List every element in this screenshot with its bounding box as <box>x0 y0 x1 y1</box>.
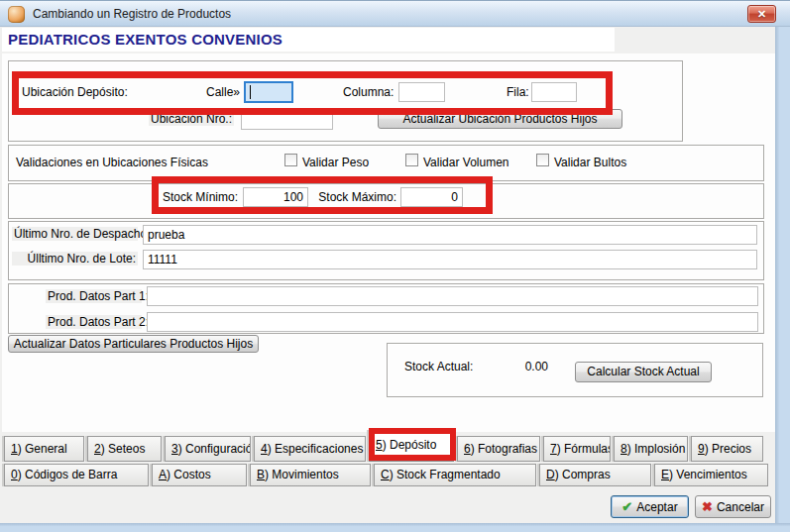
group-ubicacion <box>8 60 683 142</box>
tab-especificaciones[interactable]: 4) Especificaciones <box>254 436 366 462</box>
tab-label: ) Configuración <box>178 442 251 456</box>
tab-precios[interactable]: 9) Precios <box>691 436 763 462</box>
tab-label: ) Precios <box>705 442 751 456</box>
tab-label: ) Fórmulas <box>557 442 611 456</box>
dialog-window: Cambiando un Registro de Productos ✕ PED… <box>0 0 790 532</box>
tab-movimientos[interactable]: B) Movimientos <box>250 464 371 486</box>
tab-accel: 5 <box>376 438 383 452</box>
aceptar-button[interactable]: ✔Aceptar <box>611 495 689 518</box>
calcular-stock-button[interactable]: Calcular Stock Actual <box>575 362 712 382</box>
tab-accel: B <box>257 468 265 481</box>
stock-minimo-input[interactable] <box>243 187 308 207</box>
tab-general[interactable]: 1) General <box>4 436 84 462</box>
validar-bultos-label: Validar Bultos <box>554 156 626 169</box>
tab-label: ) Códigos de Barra <box>18 468 118 481</box>
tab-codigos-de-barra[interactable]: 0) Códigos de Barra <box>4 464 149 486</box>
ubicacion-nro-input[interactable] <box>241 110 333 130</box>
tab-formulas[interactable]: 7) Fórmulas <box>543 436 611 462</box>
titlebar: Cambiando un Registro de Productos ✕ <box>0 0 790 27</box>
close-icon: ✕ <box>757 8 766 20</box>
tab-compras[interactable]: D) Compras <box>539 464 651 486</box>
validar-bultos-checkbox[interactable] <box>536 154 549 166</box>
aceptar-label: Aceptar <box>636 500 677 514</box>
window-border-right <box>775 27 790 532</box>
heading-strip: PEDIATRICOS EXENTOS CONVENIOS <box>2 28 615 52</box>
stock-maximo-input[interactable] <box>400 187 463 207</box>
validar-peso-checkbox[interactable] <box>284 154 297 166</box>
tab-accel: E <box>661 468 669 481</box>
stock-minimo-label: Stock Mínimo: <box>159 190 238 204</box>
lote-label: Úlltimo Nro. de Lote: <box>12 252 138 266</box>
fila-input[interactable] <box>531 82 577 102</box>
tab-label: ) General <box>18 442 67 456</box>
tab-configuracion[interactable]: 3) Configuración <box>165 436 251 462</box>
tab-fotografias[interactable]: 6) Fotografias <box>457 436 540 462</box>
tab-label: ) Seteos <box>101 442 146 456</box>
tab-implosion[interactable]: 8) Implosión <box>614 436 688 462</box>
tab-stock-fragmentado[interactable]: C) Stock Fragmentado <box>374 464 536 486</box>
app-icon <box>8 6 25 23</box>
tab-accel: 2 <box>94 442 101 456</box>
prod-datos-part1-input[interactable] <box>147 286 758 306</box>
tab-label: ) Implosión <box>627 442 686 456</box>
despacho-input[interactable] <box>143 225 757 245</box>
actualizar-datos-button[interactable]: Actualizar Datos Particulares Productos … <box>8 335 259 353</box>
tab-accel: 3 <box>171 442 178 456</box>
tab-accel: 4 <box>261 442 268 456</box>
cross-icon: ✖ <box>702 499 713 514</box>
tab-label: ) Movimientos <box>265 468 339 481</box>
page-title: PEDIATRICOS EXENTOS CONVENIOS <box>8 31 282 48</box>
prod-datos-part1-label: Prod. Datos Part 1: <box>46 289 142 303</box>
validar-volumen-checkbox[interactable] <box>405 154 418 166</box>
tab-deposito[interactable]: 5) Depósito <box>369 430 454 462</box>
tab-label: ) Depósito <box>383 438 437 452</box>
lote-input[interactable] <box>143 250 757 269</box>
check-icon: ✔ <box>621 499 632 514</box>
stock-actual-value: 0.00 <box>496 360 548 373</box>
tab-label: ) Stock Fragmentado <box>390 468 501 481</box>
tab-accel: D <box>546 468 555 481</box>
text-cursor <box>250 85 251 99</box>
cancelar-label: Cancelar <box>717 500 764 514</box>
validar-volumen-label: Validar Volumen <box>423 156 509 169</box>
tab-vencimientos[interactable]: E) Vencimientos <box>654 464 768 486</box>
tab-accel: 9 <box>698 442 705 456</box>
window-title: Cambiando un Registro de Productos <box>33 7 231 21</box>
calle-label: Calle» <box>190 85 240 99</box>
tab-accel: 6 <box>464 442 471 456</box>
columna-label: Columna: <box>343 85 394 99</box>
validar-peso-label: Validar Peso <box>302 156 369 169</box>
prod-datos-part2-input[interactable] <box>147 312 758 332</box>
despacho-label: Último Nro. de Despacho: <box>12 227 138 241</box>
actualizar-ubicacion-button[interactable]: Actualizar Ubicación Productos Hijos <box>378 109 622 129</box>
ubicacion-nro-label: Ubicación Nro.: <box>149 112 234 126</box>
columna-input[interactable] <box>398 82 445 102</box>
fila-label: Fila: <box>507 85 529 99</box>
ubicacion-deposito-label: Ubicación Depósito: <box>22 85 128 99</box>
cancelar-button[interactable]: ✖Cancelar <box>695 495 771 518</box>
tab-label: ) Vencimientos <box>669 468 747 481</box>
tab-label: ) Fotografias <box>471 442 537 456</box>
stock-maximo-label: Stock Máximo: <box>312 190 396 204</box>
stock-actual-label: Stock Actual: <box>404 360 473 373</box>
tab-costos[interactable]: A) Costos <box>152 464 247 486</box>
tab-accel: 8 <box>621 442 627 456</box>
tab-accel: 7 <box>550 442 557 456</box>
tab-label: ) Costos <box>167 468 211 481</box>
tab-label: ) Especificaciones <box>268 442 364 456</box>
tab-accel: A <box>159 468 167 481</box>
tab-label: ) Compras <box>555 468 611 481</box>
tab-accel: 1 <box>11 442 18 456</box>
validaciones-label: Validaciones en Ubicaciones Físicas <box>16 156 208 169</box>
window-border-bottom <box>0 523 790 532</box>
close-button[interactable]: ✕ <box>747 5 776 23</box>
tab-accel: 0 <box>11 468 18 481</box>
prod-datos-part2-label: Prod. Datos Part 2: <box>46 315 142 329</box>
tab-seteos[interactable]: 2) Seteos <box>87 436 162 462</box>
calle-input[interactable] <box>244 81 293 103</box>
tab-accel: C <box>381 468 390 481</box>
